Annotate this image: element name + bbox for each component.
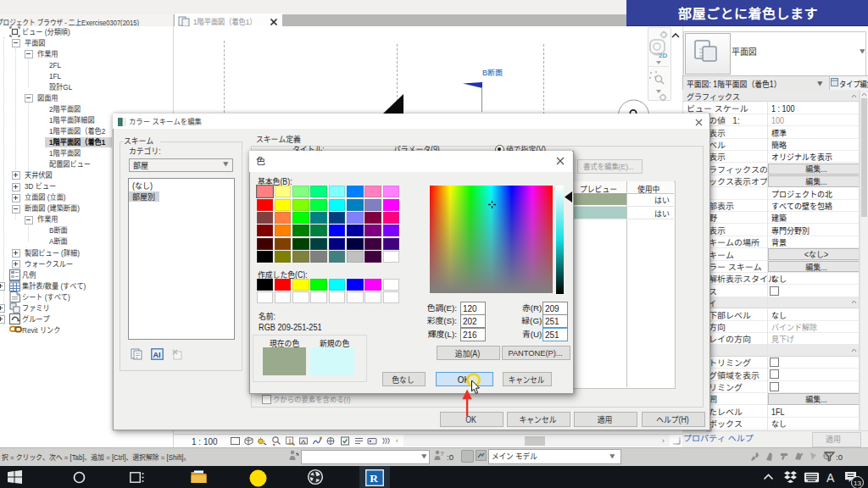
svg-text:2D: 2D: [659, 50, 667, 59]
svg-text:AI: AI: [153, 349, 161, 360]
svg-text:R: R: [370, 472, 378, 485]
svg-text:?: ?: [440, 449, 444, 458]
